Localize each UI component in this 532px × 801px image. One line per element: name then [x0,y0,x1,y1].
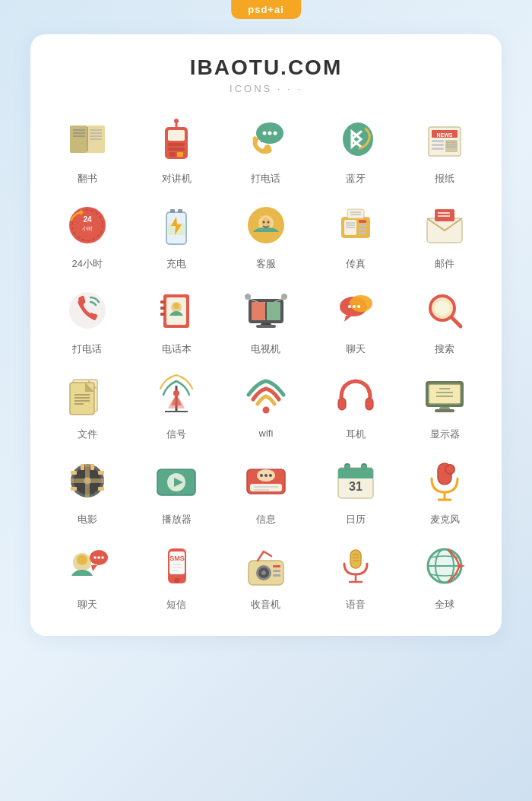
svg-rect-80 [265,302,280,320]
duijiangji-icon [149,113,204,167]
svg-rect-1 [70,126,87,153]
svg-point-69 [69,292,106,329]
youjian-label: 邮件 [435,257,454,271]
duanxin-icon: SMS [149,539,204,593]
svg-point-114 [173,390,179,396]
svg-text:NEWS: NEWS [437,132,453,138]
kefu-label: 客服 [256,257,276,271]
svg-rect-156 [338,474,373,478]
card-title: IBAOTU.COM [46,56,486,80]
dianhuaben-label: 电话本 [162,342,192,356]
svg-rect-134 [71,487,77,491]
svg-rect-55 [359,224,366,227]
svg-marker-171 [91,565,97,571]
svg-rect-127 [435,409,454,412]
liaotian-icon [328,283,383,338]
svg-point-115 [262,407,269,414]
fangshu-icon [60,113,115,167]
yuyin-icon [328,539,383,593]
dadianhua-icon [239,113,293,167]
baozhi-icon: NEWS [417,113,472,167]
chuanzhen-label: 传真 [346,257,366,271]
icons-grid: 翻书 对讲机 [46,113,486,612]
list-item: 打电话 [224,113,308,186]
svg-rect-43 [170,209,175,213]
bofangqi-label: 播放器 [162,513,192,526]
baozhi-label: 报纸 [435,172,454,186]
24xiaoshi-label: 24小时 [72,257,103,271]
svg-point-172 [93,556,97,559]
svg-rect-79 [252,302,265,320]
erji-label: 耳机 [346,428,366,441]
svg-rect-192 [350,550,361,568]
svg-marker-89 [344,316,352,322]
svg-point-20 [262,132,266,135]
svg-point-36 [69,207,106,243]
yuyin-label: 语音 [346,598,366,612]
svg-text:SMS: SMS [170,555,185,562]
svg-line-190 [258,551,264,561]
youjian-icon [417,198,472,253]
svg-point-84 [245,294,251,300]
svg-line-97 [451,317,461,326]
svg-rect-15 [169,152,176,157]
list-item: 收音机 [224,539,308,612]
svg-rect-116 [338,398,346,410]
list-item: 文件 [46,368,129,441]
svg-rect-56 [359,228,366,230]
list-item: 全球 [403,539,486,612]
svg-rect-29 [432,140,444,142]
list-item: 充电 [135,198,219,271]
svg-point-146 [260,474,263,477]
svg-rect-136 [98,487,104,491]
dianshiji-icon [239,283,293,338]
chongdian-icon [149,198,204,253]
svg-rect-105 [70,383,94,415]
svg-point-148 [269,474,272,477]
svg-rect-132 [85,464,90,497]
list-item: 打电话 [46,283,129,356]
svg-point-96 [435,300,450,316]
wenjian-icon [60,368,115,423]
list-item: 语音 [314,539,397,612]
card-header: IBAOTU.COM ICONS · · · [46,56,486,94]
shouyinji-icon [239,539,293,593]
kefu-icon [239,198,293,253]
dianshiji-label: 电视机 [251,342,280,356]
svg-rect-72 [160,307,165,310]
list-item: 耳机 [314,368,397,441]
svg-point-76 [173,303,179,309]
quanqiu-label: 全球 [435,598,454,612]
svg-rect-31 [432,148,444,150]
svg-point-173 [97,556,100,559]
xinhao-label: 信号 [166,428,186,441]
list-item: NEWS 报纸 [403,113,486,186]
sousuo-label: 搜索 [435,342,454,356]
svg-rect-32 [445,140,458,152]
svg-point-147 [264,474,268,477]
svg-point-21 [268,132,271,135]
dianying-icon [60,453,115,508]
maikefeng-label: 麦克风 [430,513,460,526]
svg-rect-30 [432,144,444,146]
xianshiqi-icon [417,368,472,423]
maikefeng-icon [417,453,472,508]
svg-point-93 [357,305,360,308]
lanya-label: 蓝牙 [346,172,366,186]
svg-point-167 [446,466,454,473]
chongdian-label: 充电 [166,257,186,271]
svg-rect-12 [168,130,185,141]
svg-line-191 [264,551,271,556]
list-item: SMS 短信 [135,539,219,612]
quanqiu-icon [417,539,472,593]
svg-rect-14 [168,148,185,151]
svg-rect-187 [273,565,280,567]
svg-point-51 [267,221,269,224]
rili-label: 日历 [346,513,366,526]
rili-icon: 31 [328,453,383,508]
list-item: 聊天 [46,539,129,612]
xinxi-icon [239,453,293,508]
svg-rect-137 [81,464,84,470]
list-item: 翻书 [46,113,129,186]
list-item: 显示器 [403,368,486,441]
